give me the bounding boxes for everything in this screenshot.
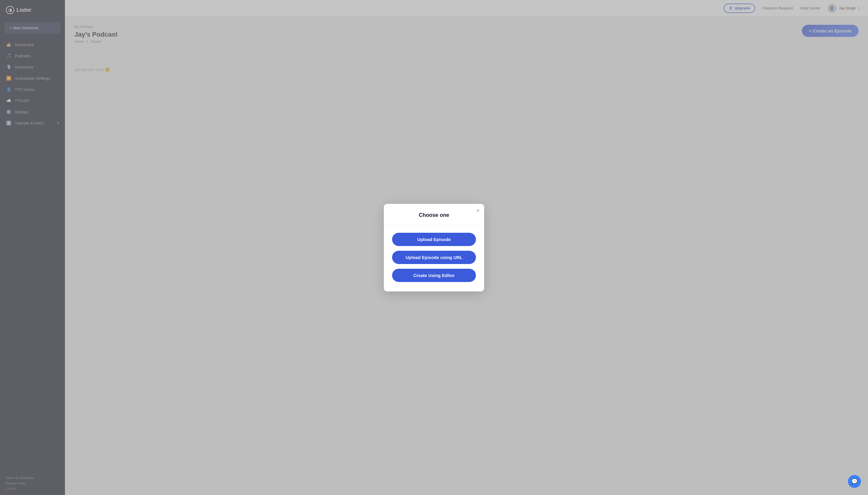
modal-overlay: Choose one × Upload EpisodeUpload Episod… — [0, 0, 868, 495]
modal-divider — [384, 225, 484, 226]
modal-upload-episode-url-button[interactable]: Upload Episode using URL — [392, 251, 476, 264]
modal: Choose one × Upload EpisodeUpload Episod… — [384, 204, 484, 291]
modal-title: Choose one — [392, 212, 476, 218]
modal-create-using-editor-button[interactable]: Create Using Editor — [392, 269, 476, 282]
modal-close-button[interactable]: × — [476, 208, 479, 213]
modal-upload-episode-button[interactable]: Upload Episode — [392, 233, 476, 246]
chat-widget[interactable]: 💬 — [848, 475, 861, 488]
